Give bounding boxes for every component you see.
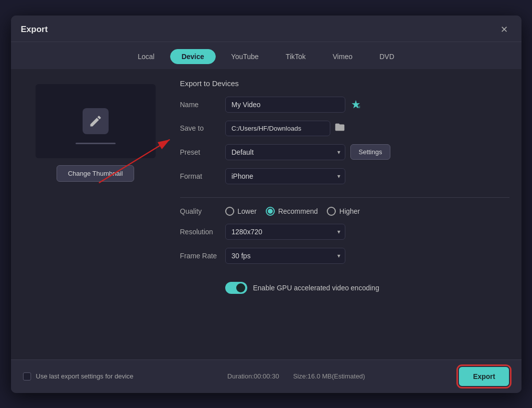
ai-button[interactable]: AI: [350, 99, 361, 110]
resolution-label: Resolution: [180, 228, 225, 236]
thumbnail-line: [76, 143, 116, 144]
toggle-thumb: [236, 283, 245, 292]
format-select[interactable]: iPhone: [225, 168, 345, 184]
last-settings-checkbox[interactable]: [23, 372, 31, 380]
quality-higher-radio[interactable]: [327, 207, 336, 216]
tab-youtube[interactable]: YouTube: [220, 49, 270, 64]
quality-recommend-radio[interactable]: [266, 207, 275, 216]
gpu-row: Enable GPU accelerated video encoding: [180, 282, 509, 294]
last-settings-label: Use last export settings for device: [36, 372, 134, 380]
preset-select-wrapper: Default ▾: [225, 144, 345, 160]
save-to-label: Save to: [180, 124, 225, 132]
section-title: Export to Devices: [180, 79, 509, 88]
name-input[interactable]: [225, 97, 345, 113]
quality-lower-option[interactable]: Lower: [225, 207, 257, 216]
change-thumbnail-button[interactable]: Change Thumbnail: [57, 165, 135, 182]
frame-rate-select[interactable]: 30 fps: [225, 248, 345, 264]
thumbnail-preview: [36, 84, 156, 158]
quality-lower-radio[interactable]: [225, 207, 234, 216]
format-label: Format: [180, 172, 225, 180]
right-panel: Export to Devices Name AI Save to C: [180, 79, 509, 349]
quality-lower-label: Lower: [238, 207, 257, 215]
tab-local[interactable]: Local: [126, 49, 166, 64]
size-stat: Size:16.0 MB(Estimated): [293, 372, 365, 380]
footer-center: Duration:00:00:30 Size:16.0 MB(Estimated…: [227, 372, 365, 380]
tab-vimeo[interactable]: Vimeo: [321, 49, 364, 64]
radio-inner: [268, 209, 273, 214]
dialog-footer: Use last export settings for device Dura…: [11, 359, 521, 393]
tab-dvd[interactable]: DVD: [368, 49, 406, 64]
quality-label: Quality: [180, 207, 225, 215]
dialog-body: Change Thumbnail Export to Devices Name …: [11, 69, 521, 359]
tabs-row: Local Device YouTube TikTok Vimeo DVD: [11, 42, 521, 69]
quality-row: Quality Lower Recommend: [180, 207, 509, 216]
frame-rate-select-wrapper: 30 fps ▾: [225, 248, 345, 264]
thumbnail-icon: [83, 108, 109, 134]
svg-text:AI: AI: [356, 105, 360, 109]
dialog-header: Export ✕: [11, 16, 521, 42]
preset-label: Preset: [180, 148, 225, 156]
export-dialog: Export ✕ Local Device YouTube TikTok Vim…: [11, 16, 521, 393]
close-button[interactable]: ✕: [497, 23, 511, 37]
duration-stat: Duration:00:00:30: [227, 372, 279, 380]
frame-rate-label: Frame Rate: [180, 252, 225, 260]
name-row: Name AI: [180, 97, 509, 113]
divider: [180, 197, 509, 198]
format-row: Format iPhone ▾: [180, 168, 509, 184]
quality-recommend-label: Recommend: [278, 207, 318, 215]
folder-button[interactable]: [334, 122, 345, 135]
quality-higher-label: Higher: [339, 207, 360, 215]
resolution-row: Resolution 1280x720 ▾: [180, 224, 509, 240]
frame-rate-row: Frame Rate 30 fps ▾: [180, 248, 509, 264]
tab-device[interactable]: Device: [170, 49, 216, 64]
quality-higher-option[interactable]: Higher: [327, 207, 360, 216]
export-button[interactable]: Export: [459, 367, 509, 386]
name-label: Name: [180, 101, 225, 109]
resolution-select-wrapper: 1280x720 ▾: [225, 224, 345, 240]
preset-row: Preset Default ▾ Settings: [180, 144, 509, 160]
settings-button[interactable]: Settings: [350, 144, 391, 160]
save-path-display: C:/Users/HF/Downloads: [225, 121, 330, 136]
save-to-row: Save to C:/Users/HF/Downloads: [180, 121, 509, 136]
dialog-title: Export: [21, 25, 48, 35]
quality-recommend-option[interactable]: Recommend: [266, 207, 318, 216]
format-select-wrapper: iPhone ▾: [225, 168, 345, 184]
gpu-toggle[interactable]: [225, 282, 247, 294]
left-panel: Change Thumbnail: [23, 79, 168, 349]
resolution-select[interactable]: 1280x720: [225, 224, 345, 240]
footer-left: Use last export settings for device: [23, 372, 134, 380]
quality-options: Lower Recommend Higher: [225, 207, 360, 216]
gpu-label: Enable GPU accelerated video encoding: [253, 284, 379, 292]
tab-tiktok[interactable]: TikTok: [274, 49, 317, 64]
preset-select[interactable]: Default: [225, 144, 345, 160]
